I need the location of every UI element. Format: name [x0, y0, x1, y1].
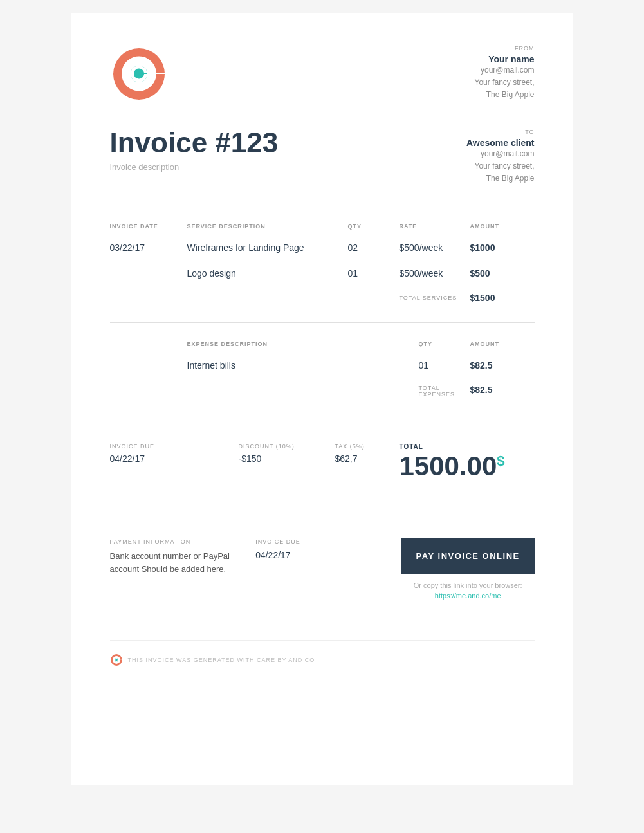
discount-value: -$150	[239, 453, 335, 464]
service-rate-2: $500/week	[400, 268, 470, 279]
logo	[110, 45, 168, 103]
invoice-title: Invoice #123	[110, 129, 279, 157]
to-email: your@mail.com	[466, 148, 535, 160]
col-expense-amount: AMOUNT	[470, 341, 535, 347]
to-label: TO	[466, 129, 535, 135]
invoice-page: FROM Your name your@mail.com Your fancy …	[71, 13, 573, 785]
payment-info-block: PAYMENT INFORMATION Bank account number …	[110, 538, 243, 577]
services-total-label: TOTAL SERVICES	[400, 295, 470, 301]
bottom-totals: INVOICE DUE 04/22/17 DISCOUNT (10%) -$15…	[110, 430, 535, 493]
invoice-header: Invoice #123 Invoice description TO Awes…	[110, 129, 535, 185]
tax-block: TAX (5%) $62,7	[335, 443, 400, 464]
total-main-value: 1500.00$	[400, 453, 535, 480]
divider-3	[110, 417, 535, 417]
divider-2	[110, 322, 535, 323]
payment-info-text: Bank account number or PayPal account Sh…	[110, 550, 243, 577]
from-email: your@mail.com	[475, 64, 535, 77]
tax-label: TAX (5%)	[335, 443, 400, 450]
service-qty-1: 02	[348, 243, 400, 253]
invoice-title-block: Invoice #123 Invoice description	[110, 129, 279, 172]
col-qty: QTY	[348, 223, 400, 230]
from-street: Your fancy street,	[475, 77, 535, 89]
divider-4	[110, 506, 535, 506]
service-date: 03/22/17	[110, 243, 187, 253]
discount-label: DISCOUNT (10%)	[239, 443, 335, 450]
services-total-row: TOTAL SERVICES $1500	[110, 286, 535, 309]
total-block: TOTAL 1500.00$	[400, 443, 535, 480]
services-section: INVOICE DATE SERVICE DESCRIPTION QTY RAT…	[110, 218, 535, 309]
col-rate: RATE	[400, 223, 470, 230]
total-amount: 1500.00	[400, 451, 497, 481]
divider-1	[110, 205, 535, 205]
expenses-total-value: $82.5	[470, 385, 535, 398]
expense-row-1: Internet bills 01 $82.5	[110, 352, 535, 378]
service-desc-2: Logo design	[187, 268, 348, 279]
to-block: TO Awesome client your@mail.com Your fan…	[466, 129, 535, 185]
header: FROM Your name your@mail.com Your fancy …	[110, 45, 535, 103]
from-city: The Big Apple	[475, 89, 535, 101]
col-expense-empty	[110, 341, 187, 347]
service-amount-1: $1000	[470, 243, 535, 253]
copy-text-label: Or copy this link into your browser:	[414, 581, 522, 589]
service-rate-1: $500/week	[400, 243, 470, 253]
to-details: your@mail.com Your fancy street, The Big…	[466, 148, 535, 185]
col-service-desc: SERVICE DESCRIPTION	[187, 223, 348, 230]
invoice-due-date: 04/22/17	[110, 453, 239, 464]
tax-value: $62,7	[335, 453, 400, 464]
services-table-header: INVOICE DATE SERVICE DESCRIPTION QTY RAT…	[110, 218, 535, 235]
payment-section: PAYMENT INFORMATION Bank account number …	[110, 519, 535, 614]
expenses-total-row: TOTAL EXPENSES $82.5	[110, 378, 535, 404]
total-main-label: TOTAL	[400, 443, 535, 450]
copy-link-url: https://me.and.co/me	[435, 592, 501, 600]
expense-desc-1: Internet bills	[187, 360, 419, 371]
footer-text: THIS INVOICE WAS GENERATED WITH CARE BY …	[128, 657, 315, 663]
service-date-2	[110, 268, 187, 279]
payment-info-label: PAYMENT INFORMATION	[110, 538, 243, 545]
expenses-table-header: EXPENSE DESCRIPTION QTY AMOUNT	[110, 336, 535, 352]
to-name: Awesome client	[466, 138, 535, 148]
col-amount: AMOUNT	[470, 223, 535, 230]
total-currency-symbol: $	[497, 453, 504, 469]
to-street: Your fancy street,	[466, 160, 535, 172]
expenses-section: EXPENSE DESCRIPTION QTY AMOUNT Internet …	[110, 336, 535, 404]
footer-logo-icon	[110, 654, 123, 666]
expenses-total-label: TOTAL EXPENSES	[419, 385, 470, 398]
from-label: FROM	[475, 45, 535, 51]
service-desc-1: Wireframes for Landing Page	[187, 243, 348, 253]
service-row-1: 03/22/17 Wireframes for Landing Page 02 …	[110, 235, 535, 261]
expense-qty-1: 01	[419, 360, 470, 371]
services-total-value: $1500	[470, 293, 535, 303]
service-qty-2: 01	[348, 268, 400, 279]
to-city: The Big Apple	[466, 172, 535, 185]
expense-amount-1: $82.5	[470, 360, 535, 371]
copy-link-text: Or copy this link into your browser: htt…	[401, 580, 535, 601]
payment-due-block: INVOICE DUE 04/22/17	[255, 538, 389, 560]
from-details: your@mail.com Your fancy street, The Big…	[475, 64, 535, 102]
discount-block: DISCOUNT (10%) -$150	[239, 443, 335, 464]
invoice-due-block: INVOICE DUE 04/22/17	[110, 443, 239, 464]
service-amount-2: $500	[470, 268, 535, 279]
invoice-due-label: INVOICE DUE	[110, 443, 239, 450]
service-row-2: Logo design 01 $500/week $500	[110, 261, 535, 286]
invoice-description: Invoice description	[110, 162, 279, 172]
col-expense-qty: QTY	[419, 341, 470, 347]
payment-due-label: INVOICE DUE	[255, 538, 389, 545]
payment-due-date: 04/22/17	[255, 550, 389, 560]
from-name: Your name	[475, 54, 535, 64]
from-block: FROM Your name your@mail.com Your fancy …	[475, 45, 535, 102]
col-expense-desc: EXPENSE DESCRIPTION	[187, 341, 419, 347]
footer: THIS INVOICE WAS GENERATED WITH CARE BY …	[110, 640, 535, 666]
pay-invoice-button[interactable]: PAY INVOICE ONLINE	[401, 538, 535, 574]
pay-button-block: PAY INVOICE ONLINE Or copy this link int…	[401, 538, 535, 601]
col-invoice-date: INVOICE DATE	[110, 223, 187, 230]
